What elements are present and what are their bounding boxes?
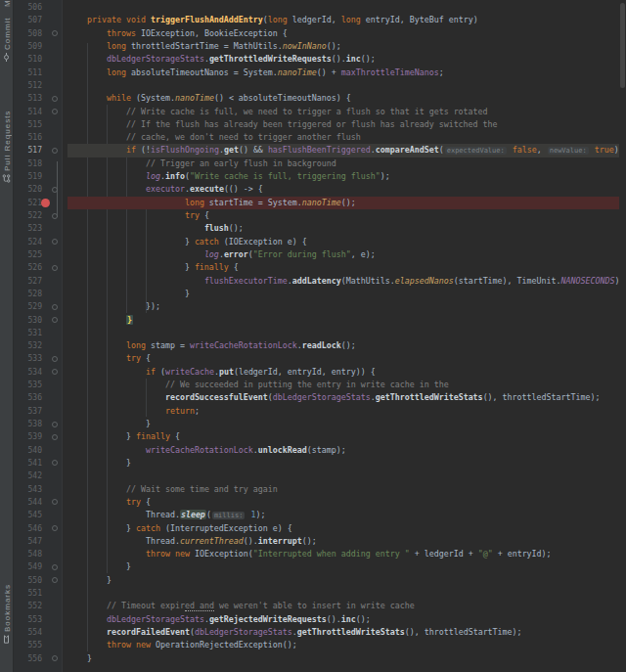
- line-number[interactable]: 540: [14, 444, 62, 457]
- fold-marker-icon[interactable]: [52, 265, 58, 271]
- fold-marker-icon[interactable]: [52, 213, 58, 219]
- code-line[interactable]: [67, 327, 619, 339]
- code-line[interactable]: if (writeCache.put(ledgerId, entryId, en…: [67, 366, 619, 379]
- line-number[interactable]: 546: [14, 522, 62, 535]
- fold-marker-icon[interactable]: [52, 655, 58, 661]
- line-number[interactable]: 536: [14, 391, 62, 404]
- stripe-item-pull-requests[interactable]: Pull Requests: [0, 84, 14, 186]
- code-line[interactable]: }: [67, 560, 619, 573]
- code-line[interactable]: } catch (InterruptedException e) {: [67, 522, 619, 535]
- code-line[interactable]: long absoluteTimeoutNanos = System.nanoT…: [67, 67, 619, 79]
- code-line[interactable]: // We succeeded in putting the entry in …: [67, 379, 619, 391]
- code-line[interactable]: recordSuccessfulEvent(dbLedgerStorageSta…: [67, 391, 619, 404]
- code-line[interactable]: });: [67, 300, 619, 313]
- line-number[interactable]: 550: [14, 574, 62, 587]
- code-line[interactable]: long stamp = writeCacheRotationLock.read…: [67, 339, 619, 352]
- fold-marker-icon[interactable]: [52, 525, 58, 531]
- line-number[interactable]: 549: [14, 560, 62, 573]
- code-line[interactable]: }: [67, 574, 619, 587]
- code-line[interactable]: }: [67, 457, 619, 470]
- line-number[interactable]: 554: [14, 626, 62, 639]
- fold-marker-icon[interactable]: [52, 499, 58, 505]
- line-number[interactable]: 542: [14, 470, 62, 482]
- fold-marker-icon[interactable]: [52, 30, 58, 36]
- code-line[interactable]: long throttledStartTime = MathUtils.nowI…: [67, 40, 619, 53]
- code-line[interactable]: [67, 1, 619, 14]
- code-line[interactable]: try {: [67, 352, 619, 365]
- code-line[interactable]: return;: [67, 405, 619, 418]
- code-line[interactable]: // Wait some time and try again: [67, 483, 619, 496]
- line-number[interactable]: 531: [14, 327, 62, 339]
- code-line[interactable]: while (System.nanoTime() < absoluteTimeo…: [67, 92, 619, 105]
- code-line[interactable]: if (!isFlushOngoing.get() && hasFlushBee…: [67, 144, 619, 157]
- code-line[interactable]: // If the flush has already been trigger…: [67, 118, 619, 131]
- line-number[interactable]: 517: [14, 144, 62, 157]
- line-number[interactable]: 535: [14, 379, 62, 391]
- line-number[interactable]: 506: [14, 1, 62, 14]
- fold-marker-icon[interactable]: [52, 434, 58, 440]
- line-number[interactable]: 510: [14, 53, 62, 66]
- line-number[interactable]: 527: [14, 275, 62, 288]
- line-number[interactable]: 514: [14, 106, 62, 118]
- line-number[interactable]: 520: [14, 183, 62, 196]
- code-line[interactable]: flush();: [67, 222, 619, 235]
- line-number[interactable]: 518: [14, 157, 62, 170]
- code-line[interactable]: // Write cache is full, we need to trigg…: [67, 106, 619, 118]
- line-number[interactable]: 528: [14, 288, 62, 300]
- line-number[interactable]: 519: [14, 170, 62, 183]
- scrollbar-thumb[interactable]: [620, 3, 625, 88]
- code-line[interactable]: // Timeout expired and we weren't able t…: [67, 600, 619, 612]
- line-number[interactable]: 555: [14, 639, 62, 651]
- fold-marker-icon[interactable]: [52, 460, 58, 466]
- line-number[interactable]: 547: [14, 535, 62, 548]
- line-number[interactable]: 543: [14, 483, 62, 496]
- line-number[interactable]: 532: [14, 339, 62, 352]
- line-number[interactable]: 509: [14, 40, 62, 53]
- code-area[interactable]: private void triggerFlushAndAddEntry(lon…: [63, 0, 619, 672]
- line-number[interactable]: 508: [14, 27, 62, 40]
- fold-marker-icon[interactable]: [52, 564, 58, 570]
- line-number[interactable]: 529: [14, 300, 62, 313]
- line-number[interactable]: 533: [14, 352, 62, 365]
- scrollbar[interactable]: [619, 0, 626, 672]
- code-line[interactable]: recordFailedEvent(dbLedgerStorageStats.g…: [67, 626, 619, 639]
- code-line[interactable]: log.error("Error during flush", e);: [67, 248, 619, 261]
- line-number[interactable]: 522: [14, 209, 62, 222]
- fold-marker-icon[interactable]: [52, 187, 58, 193]
- line-number[interactable]: 523: [14, 222, 62, 235]
- line-number[interactable]: 515: [14, 118, 62, 131]
- code-line[interactable]: }: [67, 652, 619, 665]
- code-line[interactable]: throw new IOException("Interrupted when …: [67, 548, 619, 560]
- code-line[interactable]: } catch (IOException e) {: [67, 236, 619, 248]
- code-line[interactable]: writeCacheRotationLock.unlockRead(stamp)…: [67, 444, 619, 457]
- code-line[interactable]: }: [67, 418, 619, 430]
- line-number[interactable]: 526: [14, 261, 62, 274]
- fold-marker-icon[interactable]: [52, 304, 58, 310]
- code-line[interactable]: } finally {: [67, 430, 619, 443]
- code-line[interactable]: }: [67, 288, 619, 300]
- breakpoint-icon[interactable]: [41, 199, 50, 207]
- line-number[interactable]: 538: [14, 418, 62, 430]
- fold-marker-icon[interactable]: [52, 577, 58, 583]
- line-number[interactable]: 507: [14, 14, 62, 26]
- line-number[interactable]: 552: [14, 600, 62, 612]
- line-number[interactable]: 556: [14, 652, 62, 665]
- code-line[interactable]: try {: [67, 209, 619, 222]
- line-number[interactable]: 516: [14, 131, 62, 144]
- line-number[interactable]: 521: [14, 197, 62, 209]
- code-line[interactable]: // cache, we don't need to trigger anoth…: [67, 131, 619, 144]
- fold-marker-icon[interactable]: [52, 109, 58, 114]
- line-number[interactable]: 524: [14, 236, 62, 248]
- line-number[interactable]: 530: [14, 314, 62, 327]
- line-number[interactable]: 511: [14, 67, 62, 79]
- line-number[interactable]: 534: [14, 366, 62, 379]
- code-line[interactable]: log.info("Write cache is full, triggerin…: [67, 170, 619, 183]
- code-line[interactable]: dbLedgerStorageStats.getThrottledWriteRe…: [67, 53, 619, 66]
- fold-marker-icon[interactable]: [52, 317, 58, 323]
- fold-marker-icon[interactable]: [52, 96, 58, 102]
- stripe-item-structure[interactable]: Structure: [0, 648, 14, 672]
- stripe-item-commit[interactable]: Commit: [0, 8, 14, 65]
- line-number[interactable]: 551: [14, 587, 62, 600]
- code-line[interactable]: [67, 79, 619, 92]
- gutter[interactable]: 5065075085095105115125135145155165175185…: [14, 0, 63, 672]
